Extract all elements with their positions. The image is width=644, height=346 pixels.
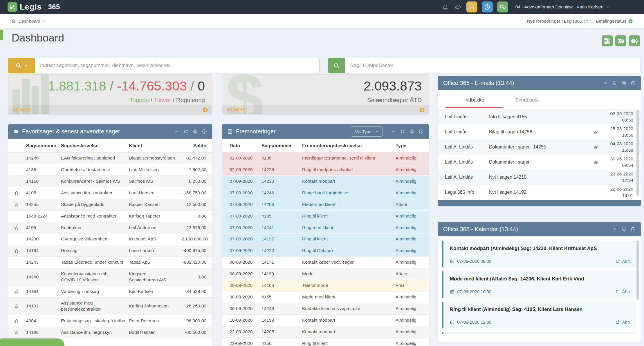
star-icon[interactable] bbox=[14, 202, 19, 207]
help-search-button[interactable] bbox=[328, 58, 345, 73]
chat-button[interactable] bbox=[497, 1, 508, 12]
brand-logo[interactable]: Legis | 365 bbox=[8, 2, 60, 12]
breadcrumb[interactable]: Dashboard › bbox=[11, 18, 45, 24]
type-filter-dropdown[interactable]: Vis Typer bbox=[351, 126, 383, 137]
favorite-case-row[interactable]: 14243Tapas Eldorado, under konkursTapas … bbox=[8, 257, 212, 268]
reminder-row[interactable]: 07-09-20204105Ring til klientAlmindelig bbox=[222, 210, 429, 222]
column-klient[interactable]: Klient bbox=[127, 139, 178, 153]
arrow-circle-right-icon[interactable] bbox=[419, 107, 425, 113]
favorite-case-row[interactable]: 4155KontrakterLeif Andersen23.875,00 bbox=[8, 222, 212, 233]
calendar-scrollbar[interactable] bbox=[636, 240, 639, 300]
reminder-row[interactable]: 07-09-202014241Ring med klientAlmindelig bbox=[222, 222, 429, 233]
reminder-row[interactable]: 08-09-202014190MødeAftale bbox=[222, 268, 429, 280]
reminder-row[interactable]: 07-09-202014197Ring til klientAlmindelig bbox=[222, 233, 429, 245]
cloud-upload-icon[interactable] bbox=[454, 3, 462, 11]
word-button[interactable] bbox=[602, 35, 613, 46]
reminder-row[interactable]: 22-09-202014205Kontakt modpartAlmindelig bbox=[222, 326, 429, 338]
star-icon[interactable] bbox=[14, 225, 19, 230]
favorite-case-row[interactable]: 14255Skade på byggepladsKasper Karlsen12… bbox=[8, 199, 212, 210]
email-row[interactable]: Leif LindåsBilag til sagen 1425625-08-20… bbox=[438, 124, 641, 140]
favorite-case-row[interactable]: 14192Assistance med personalekontrakterK… bbox=[8, 297, 212, 315]
calendar-item[interactable]: Kontakt modpart (Almindelig) Sag: 14230,… bbox=[442, 241, 636, 267]
favorite-case-row[interactable]: 1548-2224Aassistance med kontrakterKarls… bbox=[8, 210, 212, 222]
favorite-case-row[interactable]: 14260Konsulentassitance mht. COVID 19 re… bbox=[8, 268, 212, 286]
refresh-icon[interactable] bbox=[621, 227, 626, 232]
email-row[interactable]: Leif A. LindåsDokumenter i sagen30-06-20… bbox=[438, 155, 641, 170]
favorite-case-row[interactable]: 14191Vurdering - retssagKim Karlsen-34.5… bbox=[8, 286, 212, 298]
sharepoint-button[interactable] bbox=[629, 35, 640, 46]
email-row[interactable]: Legis 365 InfoNyt i sagen 1419222-06-202… bbox=[438, 185, 641, 200]
reminder-row[interactable]: 16-09-202014199Kontakt modpartAlmindelig bbox=[222, 314, 429, 326]
calendar-item[interactable]: Møde med klient (Aftale) Sag: 14206, Kli… bbox=[442, 271, 636, 298]
breadcrumb-item[interactable]: Dashboard bbox=[18, 19, 40, 24]
bell-icon[interactable] bbox=[441, 3, 450, 11]
star-icon[interactable] bbox=[14, 304, 19, 309]
reminder-row[interactable]: 08-09-20204155Møde med klientAlmindelig bbox=[222, 291, 429, 303]
search-options-chevron-icon[interactable] bbox=[24, 63, 28, 68]
print-icon[interactable] bbox=[193, 129, 198, 134]
favorite-case-row[interactable]: 14188Assistance ifm. hegnssynBodil Hanse… bbox=[8, 327, 212, 338]
tab-sendt-post[interactable]: Sendt post bbox=[515, 95, 539, 108]
star-icon[interactable] bbox=[14, 330, 19, 335]
chevron-down-icon[interactable] bbox=[603, 81, 608, 86]
help-icon[interactable] bbox=[631, 227, 636, 232]
favorite-case-row[interactable]: 4136Oprettelse af testamenteLine Mikkels… bbox=[8, 164, 212, 175]
time-registration-button[interactable] bbox=[482, 1, 493, 12]
column-sagsnummer[interactable]: Sagsnummer bbox=[260, 139, 300, 153]
emails-scrollbar[interactable] bbox=[636, 110, 639, 196]
archive-button[interactable] bbox=[466, 1, 477, 12]
favorite-case-row[interactable]: 4004Erstatningssag - skade på indboPeter… bbox=[8, 315, 212, 327]
star-icon[interactable] bbox=[14, 249, 19, 253]
arrow-circle-right-icon[interactable] bbox=[202, 107, 208, 113]
reminder-row[interactable]: 07-09-202014220Ring til DatalønAlmindeli… bbox=[222, 245, 429, 257]
reminder-row[interactable]: 08-09-202014168TelefonmødeFrist bbox=[222, 280, 429, 291]
refresh-icon[interactable] bbox=[612, 81, 617, 86]
star-icon[interactable] bbox=[14, 191, 19, 195]
email-row[interactable]: Leif A. LindåsDokumenter i sagen. 142550… bbox=[438, 140, 641, 155]
refresh-icon[interactable] bbox=[183, 129, 188, 134]
help-icon[interactable] bbox=[202, 129, 207, 134]
calendar-item[interactable]: Ring til klient (Almindelig) Sag: 4105, … bbox=[442, 302, 636, 328]
column-sagsnummer[interactable]: Sagsnummer bbox=[24, 139, 59, 153]
sidebar-collapsed-tab[interactable] bbox=[0, 30, 3, 40]
column-dato[interactable]: Dato bbox=[222, 139, 260, 153]
help-search-input[interactable] bbox=[345, 58, 641, 73]
case-search-button[interactable] bbox=[8, 58, 35, 73]
favorite-case-row[interactable]: 4105Assistance ifm. kontrakterLars Hanse… bbox=[8, 187, 212, 199]
favorite-case-row[interactable]: 14246EAN fakturering , uenighedDigitalis… bbox=[8, 153, 212, 164]
chevron-down-icon[interactable] bbox=[391, 129, 396, 134]
print-icon[interactable] bbox=[621, 81, 626, 86]
print-icon[interactable] bbox=[410, 129, 414, 134]
case-search-input[interactable] bbox=[35, 58, 320, 73]
column-sagsbeskrivelse[interactable]: Sagsbeskrivelse bbox=[59, 139, 127, 153]
star-icon[interactable] bbox=[14, 318, 19, 323]
refresh-icon[interactable] bbox=[400, 129, 405, 134]
calendar-item-open-link[interactable]: Åbn bbox=[616, 320, 630, 325]
reminder-row[interactable]: 07-09-202014230Kontakt modpartAlmindelig bbox=[222, 175, 429, 187]
help-icon[interactable] bbox=[631, 81, 636, 86]
column-saldo[interactable]: Saldo bbox=[178, 139, 212, 153]
column-type[interactable]: Type bbox=[394, 139, 429, 153]
favorite-case-row[interactable]: 14230OVertgelse virksomhedKrithuset ApS-… bbox=[8, 233, 212, 245]
help-icon[interactable] bbox=[419, 129, 424, 134]
favorite-case-row[interactable]: 14168Konkurrenceret - Salimos A/SSalimos… bbox=[8, 175, 212, 187]
email-row[interactable]: Leif LindåsInfo til sagen 415502-09-2020… bbox=[438, 109, 641, 124]
revenue-see-more-link[interactable]: SE MERE bbox=[227, 108, 245, 112]
column-fremnoteringsbeskrivelse[interactable]: Fremnoteringsbeskrivelse bbox=[300, 139, 394, 153]
chevron-down-icon[interactable] bbox=[174, 129, 179, 134]
balance-see-more-link[interactable]: SE MERE bbox=[13, 108, 31, 112]
reminder-row[interactable]: 09-09-202014246Kontakte klientens ægtefæ… bbox=[222, 303, 429, 314]
star-icon[interactable] bbox=[14, 289, 19, 294]
feedback-floating-button[interactable] bbox=[0, 338, 64, 346]
calendar-item-open-link[interactable]: Åbn bbox=[616, 289, 630, 294]
email-row[interactable]: Leif A. LindåsNyt i sagen 1421023-06-202… bbox=[438, 170, 641, 185]
calendar-item-open-link[interactable]: Åbn bbox=[616, 259, 630, 264]
reminder-row[interactable]: 02-09-202014225Ring til modparts advokat… bbox=[222, 164, 429, 175]
reminder-row[interactable]: 23-09-20204156Ring til klientAlmindelig bbox=[222, 338, 429, 346]
payment-status-link[interactable]: Betalingsstatus bbox=[596, 19, 633, 24]
favorite-case-row[interactable]: 14194RetssagLene Larsen-400.675,00 bbox=[8, 245, 212, 257]
reminder-row[interactable]: 02-09-20204136Færdiggør testamente, send… bbox=[222, 153, 429, 164]
outlook-button[interactable] bbox=[615, 35, 626, 46]
improvements-link[interactable]: Nye forbedringer i Legis365 bbox=[527, 19, 588, 24]
chevron-down-icon[interactable] bbox=[612, 227, 617, 232]
